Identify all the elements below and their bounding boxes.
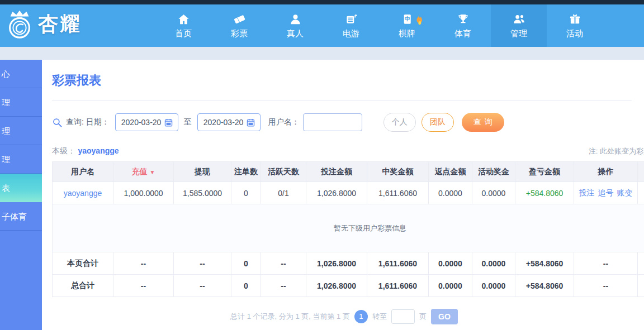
date-to-field[interactable]	[197, 113, 261, 131]
nav-item-sports[interactable]: 体育	[435, 4, 491, 47]
sidebar-item-1[interactable]: 心	[0, 60, 42, 88]
page-unit-label: 页	[419, 312, 427, 322]
cell-bet-amount: 1,026.8000	[306, 182, 367, 204]
team-button[interactable]: 团队	[422, 113, 454, 132]
nav-label: 管理	[510, 28, 527, 39]
nav-item-activity[interactable]: 活动	[547, 4, 603, 47]
cell-extra	[638, 275, 644, 297]
search-form: 查询: 日期： 至 用户名： 个人 团队 查询	[52, 113, 644, 132]
col-username: 用户名	[53, 162, 113, 182]
cell-withdraw: 1,585.0000	[174, 182, 231, 204]
home-icon	[177, 12, 190, 26]
date-to-label: 至	[184, 117, 192, 127]
crown-emblem-icon	[3, 8, 36, 40]
date-from-field[interactable]	[115, 113, 178, 131]
mahjong-icon: 中	[401, 12, 414, 26]
level-label: 本级：	[52, 146, 75, 155]
brand-name: 杏耀	[38, 11, 82, 38]
bet-link[interactable]: 投注	[579, 188, 595, 197]
username-label: 用户名：	[268, 117, 300, 127]
col-extra	[638, 162, 644, 182]
col-profit: 盈亏金额	[515, 162, 574, 182]
nav-item-manage[interactable]: 管理	[491, 4, 547, 47]
total-cell: 0.0000	[429, 252, 472, 275]
nav-label: 真人	[287, 28, 304, 39]
personal-button[interactable]: 个人	[383, 113, 416, 132]
query-date-label: 查询: 日期：	[66, 117, 110, 127]
cell-extra	[638, 182, 644, 204]
username-link[interactable]: yaoyangge	[64, 189, 102, 198]
cell-rebate: 0.0000	[429, 182, 472, 204]
nav-label: 电游	[343, 28, 359, 39]
account-change-link[interactable]: 账变	[617, 188, 633, 197]
col-win-amount: 中奖金额	[367, 162, 429, 182]
username-input[interactable]	[303, 113, 362, 131]
total-cell: --	[574, 275, 638, 297]
nav-item-live[interactable]: 真人	[267, 4, 323, 47]
total-cell: --	[174, 275, 231, 297]
total-cell: 1,611.6060	[367, 252, 429, 275]
total-cell: 1,026.8000	[306, 275, 367, 297]
nav-item-home[interactable]: 首页	[155, 4, 211, 47]
total-cell: --	[113, 275, 174, 297]
account-change-note: 注: 此处账变为彩票账变	[589, 146, 644, 156]
pagination-bar: 总计 1 个记录, 分为 1 页, 当前第 1 页 1 转至 页 GO	[52, 309, 636, 324]
date-to-input[interactable]	[203, 118, 246, 127]
total-cell: 1,611.6060	[367, 275, 429, 297]
go-button[interactable]: GO	[431, 309, 458, 324]
page-title: 彩票报表	[52, 72, 644, 89]
nav-label: 体育	[454, 28, 471, 39]
table-row: yaoyangge 1,000.0000 1,585.0000 0 0/1 1,…	[53, 182, 644, 204]
goto-label: 转至	[372, 312, 387, 322]
gift-icon	[569, 12, 581, 26]
title-divider	[52, 101, 632, 101]
col-activity-bonus: 活动奖金	[472, 162, 515, 182]
table-header-row: 用户名 充值 ▼ 提现 注单数 活跃天数 投注金额 中奖金额 返点金额 活动奖金…	[53, 162, 644, 182]
person-icon	[289, 12, 302, 26]
chase-link[interactable]: 追号	[598, 188, 614, 197]
sidebar-item-esports[interactable]: 子体育	[0, 202, 42, 231]
cell-recharge: 1,000.0000	[113, 182, 174, 204]
sidebar-item-2[interactable]: 理	[0, 88, 42, 117]
col-bet-amount: 投注金额	[306, 162, 367, 182]
users-icon	[513, 12, 525, 26]
total-cell: --	[113, 252, 174, 275]
top-navbar: 杏耀 首页 彩票 真人	[0, 4, 644, 47]
total-profit-cell: +584.8060	[515, 252, 574, 275]
nav-label: 彩票	[231, 28, 248, 39]
date-from-input[interactable]	[121, 118, 164, 127]
cell-bet-count: 0	[231, 182, 261, 204]
ticket-icon	[233, 12, 246, 26]
main-nav: 首页 彩票 真人 电游 中	[155, 4, 603, 47]
empty-message: 暂无下级用户彩票信息	[53, 204, 644, 252]
nav-item-boardgames[interactable]: 中 棋牌	[379, 4, 435, 47]
nav-item-lottery[interactable]: 彩票	[211, 4, 267, 47]
total-profit-cell: +584.8060	[515, 275, 574, 297]
cell-activity-bonus: 0.0000	[472, 182, 515, 204]
calendar-icon[interactable]	[164, 118, 173, 127]
total-cell: --	[261, 252, 306, 275]
col-recharge-sortable[interactable]: 充值 ▼	[113, 162, 174, 182]
total-cell: 1,026.8000	[306, 252, 367, 275]
page-number-button[interactable]: 1	[354, 310, 368, 323]
top-strip	[0, 0, 644, 4]
total-cell: 0.0000	[472, 275, 515, 297]
calendar-icon[interactable]	[246, 118, 255, 127]
cell-active-days: 0/1	[261, 182, 306, 204]
brand-logo[interactable]: 杏耀	[3, 8, 82, 40]
sidebar-item-3[interactable]: 理	[0, 117, 42, 145]
nav-item-egames[interactable]: 电游	[323, 4, 379, 47]
goto-page-input[interactable]	[391, 309, 415, 324]
col-rebate: 返点金额	[429, 162, 472, 182]
cell-extra	[638, 252, 644, 275]
search-button[interactable]: 查询	[462, 113, 504, 132]
sidebar-item-4[interactable]: 理	[0, 145, 42, 174]
trophy-icon	[457, 12, 470, 26]
main-content: 彩票报表 查询: 日期： 至 用户名： 个人 团队	[42, 60, 644, 330]
cell-win-amount: 1,611.6060	[367, 182, 429, 204]
sidebar-item-report-active[interactable]: 表	[0, 174, 42, 202]
level-username-link[interactable]: yaoyangge	[78, 146, 119, 155]
grand-total-row: 总合计 -- -- 0 -- 1,026.8000 1,611.6060 0.0…	[53, 275, 644, 297]
col-actions: 操作	[574, 162, 638, 182]
svg-text:中: 中	[404, 16, 410, 22]
